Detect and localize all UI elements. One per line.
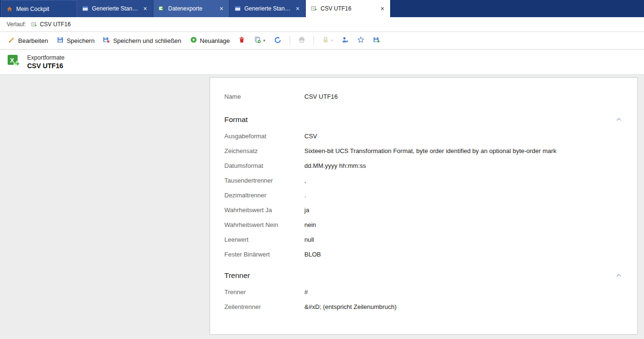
page-header: X Exportformate CSV UTF16: [0, 50, 644, 75]
delete-button[interactable]: [235, 34, 249, 47]
tab-label: Generierte Standar...: [92, 5, 139, 12]
form-row-zeichensatz: Zeichensatz Sixteen-bit UCS Transformati…: [224, 144, 623, 158]
favorite-button[interactable]: [354, 34, 368, 47]
form-row-tausendertrenner: Tausendertrenner ,: [224, 173, 623, 188]
copy-icon: [254, 36, 261, 45]
field-label: Tausendertrenner: [224, 177, 304, 184]
tab-mein-cockpit[interactable]: Mein Cockpit: [1, 0, 77, 17]
history-label: Verlauf:: [7, 21, 26, 28]
field-label: Dezimaltrenner: [224, 192, 304, 199]
tab-label: Mein Cockpit: [16, 6, 72, 12]
chevron-down-icon: ▾: [263, 38, 265, 43]
lock-icon: [322, 36, 329, 45]
button-label: Neuanlage: [200, 37, 230, 44]
field-label: Fester Binärwert: [224, 251, 304, 258]
speichern-button[interactable]: Speichern: [53, 34, 98, 47]
button-label: Speichern und schließen: [113, 37, 181, 44]
trash-icon: [238, 36, 245, 45]
tab-generierte-standard-2[interactable]: Generierte Standar... ×: [230, 0, 306, 17]
save-extra-button[interactable]: [370, 34, 383, 47]
close-icon[interactable]: ×: [219, 5, 224, 12]
form-row-trenner: Trenner #: [224, 285, 623, 299]
field-value: ,: [304, 177, 306, 184]
section-title: Trenner: [224, 271, 250, 280]
close-icon[interactable]: ×: [380, 5, 385, 12]
form-row-leerwert: Leerwert null: [224, 232, 623, 247]
content-area: Name CSV UTF16 Format Ausgabeformat CSV …: [0, 75, 644, 339]
field-value: #: [304, 288, 308, 296]
field-value: BLOB: [304, 251, 321, 258]
field-label: Wahrheitswert Nein: [224, 221, 304, 228]
page-header-text: Exportformate CSV UTF16: [27, 54, 65, 70]
copy-button[interactable]: ▾: [251, 34, 269, 47]
history-item-label: CSV UTF16: [40, 21, 71, 28]
floppy-icon: [57, 36, 64, 45]
speichern-schliessen-button[interactable]: Speichern und schließen: [100, 34, 184, 47]
user-plus-icon: [342, 36, 349, 45]
history-item-csv-utf16[interactable]: CSV UTF16: [31, 21, 71, 28]
field-value: &#xD; (entspricht Zeilenumbruch): [304, 303, 397, 310]
button-label: Speichern: [67, 37, 95, 44]
form-row-ausgabeformat: Ausgabeformat CSV: [224, 129, 623, 144]
toolbar: Bearbeiten Speichern Speichern und schli…: [0, 32, 644, 50]
form-row-zeilentrenner: Zeilentrenner &#xD; (entspricht Zeilenum…: [224, 299, 623, 314]
floppy-close-icon: [103, 36, 110, 45]
toolbar-separator: [313, 36, 314, 45]
bearbeiten-button[interactable]: Bearbeiten: [5, 34, 51, 47]
report-icon: [82, 5, 89, 12]
field-label: Wahrheitswert Ja: [224, 206, 304, 214]
field-label: Trenner: [224, 288, 304, 296]
button-label: Bearbeiten: [18, 37, 48, 44]
exportformat-icon: X: [7, 53, 22, 71]
field-value: ja: [304, 206, 309, 214]
section-title: Format: [224, 115, 248, 124]
close-icon[interactable]: ×: [142, 5, 148, 12]
history-bar: Verlauf: CSV UTF16: [0, 17, 644, 32]
csv-icon: [311, 5, 317, 12]
field-label: Name: [224, 93, 304, 100]
chevron-up-icon[interactable]: [614, 115, 623, 124]
tab-generierte-standard-1[interactable]: Generierte Standar... ×: [77, 0, 153, 17]
detail-form-panel: Name CSV UTF16 Format Ausgabeformat CSV …: [210, 77, 638, 335]
tab-csv-utf16[interactable]: CSV UTF16 ×: [306, 0, 391, 17]
field-value: Sixteen-bit UCS Transformation Format, b…: [304, 147, 556, 154]
module-name: Exportformate: [27, 54, 65, 61]
close-icon[interactable]: ×: [295, 5, 301, 12]
tab-bar: Mein Cockpit Generierte Standar... × Dat…: [0, 0, 644, 17]
page-title: CSV UTF16: [27, 62, 65, 70]
field-label: Zeilentrenner: [224, 303, 304, 310]
form-row-name: Name CSV UTF16: [224, 89, 623, 104]
field-value: CSV UTF16: [304, 93, 338, 100]
floppy-plus-icon: [373, 36, 380, 45]
toolbar-separator: [290, 36, 290, 45]
report-icon: [234, 5, 241, 12]
tab-label: Datenexporte: [168, 5, 215, 12]
section-header-trenner: Trenner: [224, 271, 623, 280]
printer-icon: [298, 36, 305, 45]
tab-datenexporte[interactable]: Datenexporte ×: [153, 0, 230, 17]
field-label: Datumsformat: [224, 162, 304, 169]
field-value: .: [304, 192, 306, 199]
user-add-button[interactable]: [338, 34, 352, 47]
form-row-wahrheitswert-ja: Wahrheitswert Ja ja: [224, 203, 623, 217]
lock-button[interactable]: ▾: [319, 34, 337, 47]
field-value: null: [304, 236, 314, 243]
form-row-dezimaltrenner: Dezimaltrenner .: [224, 188, 623, 203]
field-label: Leerwert: [224, 236, 304, 243]
section-header-format: Format: [224, 115, 623, 124]
form-row-datumsformat: Datumsformat dd.MM.yyyy hh:mm:ss: [224, 158, 623, 173]
chevron-up-icon[interactable]: [614, 271, 623, 280]
tab-label: Generierte Standar...: [244, 5, 292, 12]
csv-icon: [31, 21, 37, 28]
field-value: dd.MM.yyyy hh:mm:ss: [304, 162, 366, 169]
field-value: nein: [304, 221, 316, 228]
print-button[interactable]: [295, 34, 309, 47]
refresh-icon: [274, 36, 282, 45]
neuanlage-button[interactable]: Neuanlage: [187, 34, 233, 47]
export-icon: [158, 5, 165, 12]
home-icon: [6, 6, 13, 12]
field-label: Zeichensatz: [224, 147, 304, 154]
form-row-wahrheitswert-nein: Wahrheitswert Nein nein: [224, 217, 623, 232]
refresh-button[interactable]: [271, 34, 285, 47]
plus-circle-icon: [190, 36, 197, 45]
